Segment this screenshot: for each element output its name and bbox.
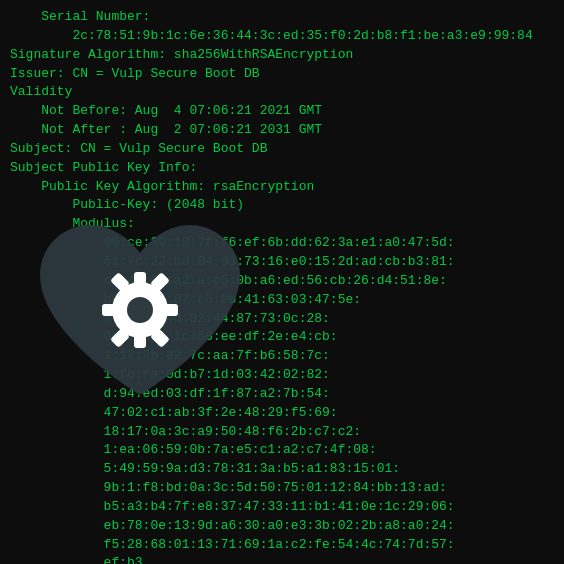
terminal-line: Public-Key: (2048 bit) — [10, 196, 554, 215]
terminal-line: d:94:ed:03:df:1f:87:a2:7b:54: — [10, 385, 554, 404]
terminal-line: eb:78:0e:13:9d:a6:30:a0:e3:3b:02:2b:a8:a… — [10, 517, 554, 536]
terminal-line: Modulus: — [10, 215, 554, 234]
terminal-line: 1:12:2b:82:7c:aa:7f:b6:58:7c: — [10, 347, 554, 366]
terminal-line: 5:49:59:9a:d3:78:31:3a:b5:a1:83:15:01: — [10, 460, 554, 479]
terminal-line: 9b:1:f8:bd:0a:3c:5d:50:75:01:12:84:bb:13… — [10, 479, 554, 498]
terminal-line: ef:b3 — [10, 554, 554, 564]
terminal-line: a:98:37:4d:82:44:87:73:0c:28: — [10, 310, 554, 329]
terminal-line: 47:02:c1:ab:3f:2e:48:29:f5:69: — [10, 404, 554, 423]
terminal-line: b5:a3:b4:7f:e8:37:47:33:11:b1:41:0e:1c:2… — [10, 498, 554, 517]
terminal-line: Signature Algorithm: sha256WithRSAEncryp… — [10, 46, 554, 65]
terminal-line: c2:4e:01:a2:a:c5:0b:a6:ed:56:cb:26:d4:51… — [10, 272, 554, 291]
terminal-line: Public Key Algorithm: rsaEncryption — [10, 178, 554, 197]
terminal: Serial Number: 2c:78:51:9b:1c:6e:36:44:3… — [0, 0, 564, 564]
terminal-line: 0b:b8:35:1c:66:ee:df:2e:e4:cb: — [10, 328, 554, 347]
terminal-line: 2c:78:51:9b:1c:6e:36:44:3c:ed:35:f0:2d:b… — [10, 27, 554, 46]
terminal-line: Serial Number: — [10, 8, 554, 27]
terminal-line: Validity — [10, 83, 554, 102]
terminal-line: 00:ce:30:19:7f:f6:ef:6b:dd:62:3a:e1:a0:4… — [10, 234, 554, 253]
terminal-line: Subject: CN = Vulp Secure Boot DB — [10, 140, 554, 159]
terminal-line: Subject Public Key Info: — [10, 159, 554, 178]
terminal-line: Not After : Aug 2 07:06:21 2031 GMT — [10, 121, 554, 140]
terminal-line: 51:7c:22:bd:04:d3:73:16:e0:15:2d:ad:cb:b… — [10, 253, 554, 272]
terminal-line: Not Before: Aug 4 07:06:21 2021 GMT — [10, 102, 554, 121]
terminal-line: f5:28:68:01:13:71:69:1a:c2:fe:54:4c:74:7… — [10, 536, 554, 555]
terminal-line: 1:fc:fa:0d:b7:1d:03:42:02:82: — [10, 366, 554, 385]
terminal-line: 18:17:0a:3c:a9:50:48:f6:2b:c7:c2: — [10, 423, 554, 442]
terminal-line: b0:33:57:07:c6:0b:41:63:03:47:5e: — [10, 291, 554, 310]
terminal-output: Serial Number: 2c:78:51:9b:1c:6e:36:44:3… — [10, 8, 554, 564]
terminal-line: Issuer: CN = Vulp Secure Boot DB — [10, 65, 554, 84]
terminal-line: 1:ea:06:59:0b:7a:e5:c1:a2:c7:4f:08: — [10, 441, 554, 460]
